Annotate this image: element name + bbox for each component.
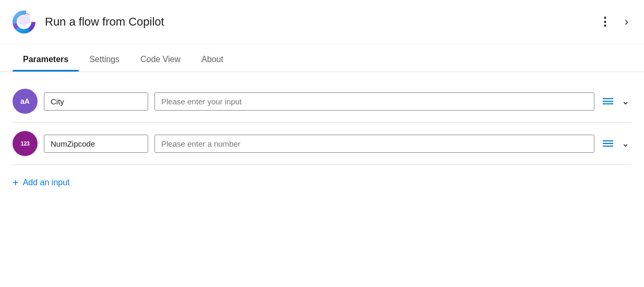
tab-about[interactable]: About xyxy=(191,49,234,71)
param-expand-button-numzipcode[interactable]: ⌄ xyxy=(619,136,631,151)
param-expand-button-city[interactable]: ⌄ xyxy=(619,93,631,109)
chevron-left-icon: › xyxy=(625,15,628,29)
back-button[interactable]: › xyxy=(622,12,631,32)
param-actions-numzipcode: ⌄ xyxy=(601,136,631,151)
header-left: Run a flow from Copilot xyxy=(10,8,164,35)
header-actions: ⋮ › xyxy=(596,12,631,32)
more-options-icon: ⋮ xyxy=(599,15,610,29)
page-title: Run a flow from Copilot xyxy=(45,15,164,29)
tab-bar: Parameters Settings Code View About xyxy=(0,49,644,72)
param-menu-button-city[interactable] xyxy=(601,96,615,106)
add-input-label: Add an input xyxy=(23,178,70,187)
content-area: aA ⌄ 123 ⌄ + Add xyxy=(0,72,644,200)
param-icon-number: 123 xyxy=(13,131,38,156)
param-icon-label-numzipcode: 123 xyxy=(21,140,30,147)
tab-code-view[interactable]: Code View xyxy=(130,49,191,71)
add-input-plus-icon: + xyxy=(13,177,19,188)
param-row-city: aA ⌄ xyxy=(13,87,631,123)
tab-settings[interactable]: Settings xyxy=(79,49,130,71)
app-logo xyxy=(10,8,38,35)
tab-parameters[interactable]: Parameters xyxy=(13,49,79,71)
param-name-input-numzipcode[interactable] xyxy=(44,135,148,153)
add-input-button[interactable]: + Add an input xyxy=(13,175,70,190)
param-row-numzipcode: 123 ⌄ xyxy=(13,123,631,165)
param-name-input-city[interactable] xyxy=(44,92,148,111)
param-actions-city: ⌄ xyxy=(601,93,631,109)
param-menu-button-numzipcode[interactable] xyxy=(601,138,615,149)
more-options-button[interactable]: ⋮ xyxy=(596,12,613,32)
param-value-input-city[interactable] xyxy=(154,92,594,111)
param-icon-text: aA xyxy=(13,89,38,114)
param-icon-label-city: aA xyxy=(20,97,30,105)
header: Run a flow from Copilot ⋮ › xyxy=(0,0,644,44)
param-value-input-numzipcode[interactable] xyxy=(154,135,594,153)
